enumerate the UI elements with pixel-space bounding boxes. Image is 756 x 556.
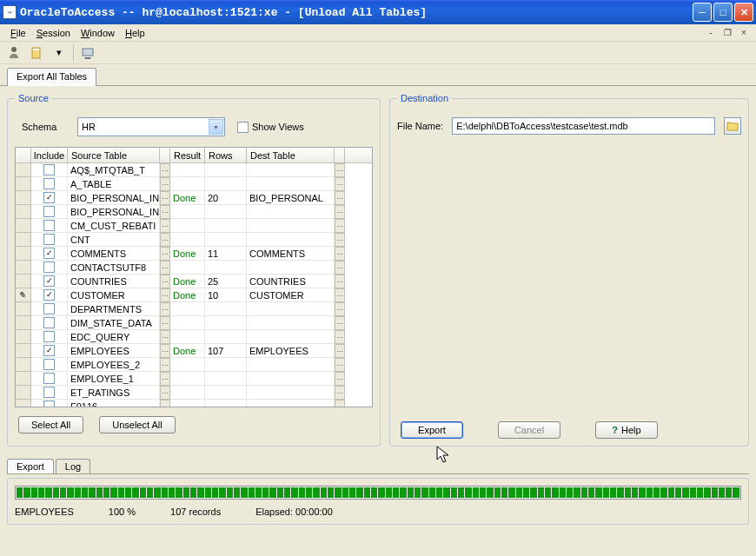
connect-icon[interactable] xyxy=(5,44,23,62)
table-row[interactable]: ✓COMMENTS⋯Done11COMMENTS⋯ xyxy=(16,247,372,261)
tab-export-all-tables[interactable]: Export All Tables xyxy=(7,68,96,86)
ellipsis-button[interactable]: ⋯ xyxy=(160,344,170,358)
table-row[interactable]: ✎✓CUSTOMER⋯Done10CUSTOMER⋯ xyxy=(16,288,372,302)
menu-window[interactable]: Window xyxy=(76,26,120,40)
include-cell[interactable] xyxy=(31,205,68,219)
ellipsis-button[interactable]: ⋯ xyxy=(160,163,170,177)
unselect-all-button[interactable]: Unselect All xyxy=(99,416,175,434)
table-row[interactable]: BIO_PERSONAL_IN⋯⋯ xyxy=(16,205,372,219)
include-cell[interactable]: ✓ xyxy=(31,288,68,302)
col-dest-table[interactable]: Dest Table xyxy=(247,148,335,163)
ellipsis-button[interactable]: ⋯ xyxy=(335,163,345,177)
table-row[interactable]: CONTACTSUTF8⋯⋯ xyxy=(16,261,372,275)
maximize-button[interactable]: □ xyxy=(713,3,733,22)
ellipsis-button[interactable]: ⋯ xyxy=(160,205,170,219)
dropdown-icon[interactable]: ▾ xyxy=(50,44,68,62)
include-checkbox[interactable]: ✓ xyxy=(43,192,55,203)
include-cell[interactable] xyxy=(31,163,68,177)
ellipsis-button[interactable]: ⋯ xyxy=(335,330,345,344)
include-checkbox[interactable] xyxy=(43,400,55,407)
include-cell[interactable]: ✓ xyxy=(31,191,68,205)
ellipsis-button[interactable]: ⋯ xyxy=(335,302,345,316)
close-button[interactable]: ✕ xyxy=(734,3,753,22)
table-row[interactable]: ET_RATINGS⋯⋯ xyxy=(16,386,372,400)
cancel-button[interactable]: Cancel xyxy=(498,421,560,439)
ellipsis-button[interactable]: ⋯ xyxy=(335,400,345,407)
table-row[interactable]: AQ$_MTQTAB_T⋯⋯ xyxy=(16,163,372,177)
ellipsis-button[interactable]: ⋯ xyxy=(335,205,345,219)
ellipsis-button[interactable]: ⋯ xyxy=(160,191,170,205)
ellipsis-button[interactable]: ⋯ xyxy=(335,344,345,358)
table-row[interactable]: A_TABLE⋯⋯ xyxy=(16,177,372,191)
col-rows[interactable]: Rows xyxy=(205,148,247,163)
ellipsis-button[interactable]: ⋯ xyxy=(160,358,170,372)
include-cell[interactable]: ✓ xyxy=(31,344,68,358)
include-cell[interactable] xyxy=(31,177,68,191)
export-button[interactable]: Export xyxy=(401,421,463,439)
ellipsis-button[interactable]: ⋯ xyxy=(160,316,170,330)
tables-grid[interactable]: Include Source Table Result Rows Dest Ta… xyxy=(15,147,373,407)
ellipsis-button[interactable]: ⋯ xyxy=(335,358,345,372)
minimize-button[interactable]: ─ xyxy=(693,3,712,22)
col-source-table[interactable]: Source Table xyxy=(68,148,160,163)
include-cell[interactable] xyxy=(31,261,68,275)
execute-icon[interactable] xyxy=(79,44,96,62)
include-cell[interactable] xyxy=(31,219,68,233)
ellipsis-button[interactable]: ⋯ xyxy=(335,191,345,205)
include-checkbox[interactable] xyxy=(43,206,55,217)
table-row[interactable]: EMPLOYEES_2⋯⋯ xyxy=(16,358,372,372)
show-views-checkbox[interactable] xyxy=(237,122,249,133)
ellipsis-button[interactable]: ⋯ xyxy=(160,386,170,400)
ellipsis-button[interactable]: ⋯ xyxy=(335,316,345,330)
include-checkbox[interactable]: ✓ xyxy=(43,345,55,356)
include-cell[interactable]: ✓ xyxy=(31,275,68,288)
include-checkbox[interactable] xyxy=(43,331,55,342)
table-row[interactable]: CM_CUST_REBATI⋯⋯ xyxy=(16,219,372,233)
ellipsis-button[interactable]: ⋯ xyxy=(335,247,345,261)
include-cell[interactable] xyxy=(31,302,68,316)
ellipsis-button[interactable]: ⋯ xyxy=(160,177,170,191)
ellipsis-button[interactable]: ⋯ xyxy=(160,247,170,261)
include-cell[interactable] xyxy=(31,400,68,407)
ellipsis-button[interactable]: ⋯ xyxy=(160,219,170,233)
table-row[interactable]: DIM_STATE_DATA⋯⋯ xyxy=(16,316,372,330)
table-row[interactable]: ✓BIO_PERSONAL_IN⋯Done20BIO_PERSONAL⋯ xyxy=(16,191,372,205)
mdi-minimize-button[interactable]: - xyxy=(704,27,718,39)
table-row[interactable]: EMPLOYEE_1⋯⋯ xyxy=(16,372,372,386)
include-cell[interactable] xyxy=(31,358,68,372)
ellipsis-button[interactable]: ⋯ xyxy=(160,288,170,302)
include-cell[interactable] xyxy=(31,330,68,344)
menu-file[interactable]: File xyxy=(5,26,31,40)
include-checkbox[interactable] xyxy=(43,234,55,245)
ellipsis-button[interactable]: ⋯ xyxy=(160,302,170,316)
table-row[interactable]: ✓COUNTRIES⋯Done25COUNTRIES⋯ xyxy=(16,275,372,288)
ellipsis-button[interactable]: ⋯ xyxy=(160,330,170,344)
chevron-down-icon[interactable]: ▼ xyxy=(209,119,223,135)
include-cell[interactable] xyxy=(31,372,68,386)
ellipsis-button[interactable]: ⋯ xyxy=(160,261,170,275)
menu-session[interactable]: Session xyxy=(31,26,76,40)
include-checkbox[interactable] xyxy=(43,303,55,314)
col-include[interactable]: Include xyxy=(31,148,68,163)
ellipsis-button[interactable]: ⋯ xyxy=(335,275,345,288)
include-checkbox[interactable] xyxy=(43,373,55,384)
include-cell[interactable] xyxy=(31,316,68,330)
table-row[interactable]: CNT⋯⋯ xyxy=(16,233,372,247)
menu-help[interactable]: Help xyxy=(120,26,150,40)
ellipsis-button[interactable]: ⋯ xyxy=(335,261,345,275)
include-checkbox[interactable] xyxy=(43,261,55,273)
include-checkbox[interactable]: ✓ xyxy=(43,289,55,301)
ellipsis-button[interactable]: ⋯ xyxy=(160,233,170,247)
include-checkbox[interactable] xyxy=(43,220,55,231)
tab-export[interactable]: Export xyxy=(7,459,54,473)
mdi-close-button[interactable]: × xyxy=(737,27,751,39)
table-row[interactable]: ✓EMPLOYEES⋯Done107EMPLOYEES⋯ xyxy=(16,344,372,358)
tab-log[interactable]: Log xyxy=(56,459,90,473)
include-checkbox[interactable]: ✓ xyxy=(43,248,55,259)
include-checkbox[interactable] xyxy=(43,317,55,328)
schema-combo[interactable]: HR ▼ xyxy=(77,117,225,136)
table-row[interactable]: F0116⋯⋯ xyxy=(16,400,372,407)
select-all-button[interactable]: Select All xyxy=(18,416,83,434)
include-checkbox[interactable] xyxy=(43,164,55,175)
include-cell[interactable]: ✓ xyxy=(31,247,68,261)
